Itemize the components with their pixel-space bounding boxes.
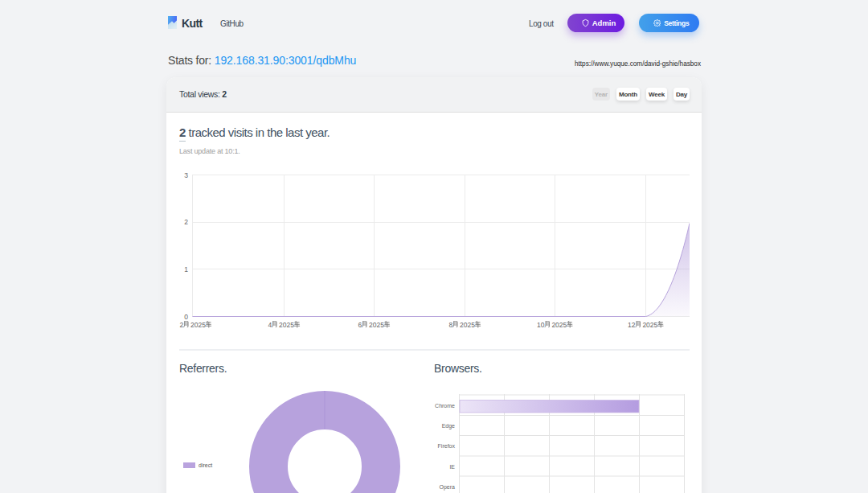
svg-text:4: 4 (268, 321, 272, 329)
svg-text:1: 1 (184, 265, 188, 273)
svg-text:Chrome: Chrome (435, 403, 455, 409)
svg-text:2025: 2025 (460, 321, 475, 329)
svg-text:8: 8 (449, 321, 453, 329)
svg-text:2: 2 (184, 218, 188, 226)
svg-text:2025: 2025 (279, 321, 294, 329)
svg-text:10: 10 (537, 321, 545, 329)
svg-text:3: 3 (184, 171, 188, 179)
svg-text:IE: IE (449, 464, 455, 470)
svg-text:2: 2 (180, 321, 184, 329)
svg-text:Opera: Opera (440, 484, 456, 491)
svg-text:2025: 2025 (551, 321, 567, 329)
svg-text:12: 12 (628, 321, 636, 329)
svg-text:2025: 2025 (642, 321, 657, 329)
svg-text:6: 6 (358, 321, 362, 329)
svg-text:2025: 2025 (369, 321, 384, 329)
svg-text:Edge: Edge (442, 423, 455, 429)
svg-text:2025: 2025 (190, 321, 206, 329)
svg-text:Firefox: Firefox (438, 443, 456, 449)
svg-text:0: 0 (184, 313, 188, 321)
